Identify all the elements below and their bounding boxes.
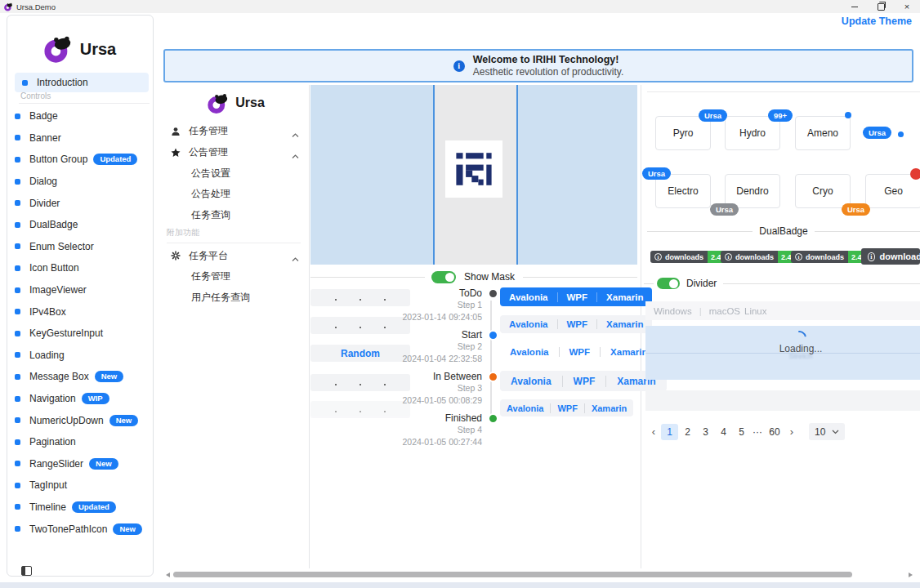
menu-item-user-task-query[interactable]: 用户任务查询 [163,287,309,309]
banner-subtitle: Aesthetic revolution of productivity. [473,66,624,78]
avalonia-button[interactable]: Avalonia [500,292,557,302]
page-button-4[interactable]: 4 [715,424,732,440]
sidebar-item-keygestureinput[interactable]: KeyGestureInput [7,323,154,345]
ursa-bear-icon [208,92,230,114]
bullet-icon [15,331,20,336]
xamarin-button[interactable]: Xamarin [596,319,652,329]
sidebar-nav-list: Badge Banner Button GroupUpdated Dialog … [7,105,154,540]
sidebar-item-timeline[interactable]: TimelineUpdated [7,497,154,519]
menu-item-announcement-settings[interactable]: 公告设置 [163,163,309,184]
ursa-bear-icon [44,34,74,64]
avalonia-button[interactable]: Avalonia [500,403,550,413]
sidebar-item-loading[interactable]: Loading [7,345,154,367]
menu-item-announcement-management[interactable]: 公告管理 [163,142,309,163]
menu-item-announcement-processing[interactable]: 公告处理 [163,184,309,205]
pagination: ‹ 1 2 3 4 5 ··· 60 › 10 [647,423,845,440]
image-viewer[interactable] [310,85,637,265]
bullet-icon [15,309,20,314]
bullet-icon [15,417,20,423]
close-button[interactable]: × [895,0,919,13]
avalonia-button[interactable]: Avalonia [500,347,559,357]
prev-page-button[interactable]: ‹ [647,424,660,440]
bullet-icon [15,135,20,140]
page-button-2[interactable]: 2 [679,424,696,440]
sidebar-item-navigation[interactable]: NavigationWIP [7,388,154,410]
dot-badge [898,131,904,137]
page-button-3[interactable]: 3 [697,424,714,440]
sidebar-item-dialog[interactable]: Dialog [7,171,154,193]
menu-item-task-management-2[interactable]: 任务管理 [163,266,309,287]
show-mask-toggle[interactable] [431,271,456,283]
xamarin-button[interactable]: Xamarin [584,403,633,413]
divider-demo-row: Divider [644,278,920,289]
avalonia-button[interactable]: Avalonia [500,376,562,387]
wpf-button[interactable]: WPF [562,376,606,387]
page-size-select[interactable]: 10 [809,423,845,440]
wpf-button[interactable]: WPF [559,347,601,357]
button-group-large: Avalonia WPF Xamarin [500,371,667,391]
sidebar-item-taginput[interactable]: TagInput [7,474,154,497]
page-ellipsis[interactable]: ··· [751,424,764,440]
sidebar-item-pagination[interactable]: Pagination [7,431,154,453]
badge-card-geo: Geo [865,174,920,208]
tab-macos[interactable]: macOS [709,306,740,316]
minimize-icon [851,7,858,7]
sidebar-item-badge[interactable]: Badge [7,105,154,127]
tab-windows[interactable]: Windows [654,306,692,316]
scroll-left-arrow-icon[interactable] [166,572,170,577]
xamarin-button[interactable]: Xamarin [596,292,652,302]
gear-icon [170,251,181,261]
viewer-guide-line [516,85,518,265]
wpf-button[interactable]: WPF [557,319,597,329]
platform-tabs: Windows | macOS Linux [645,301,920,320]
sidebar-item-icon-button[interactable]: Icon Button [7,257,154,279]
badge-card-ameno: Ameno [795,116,851,150]
show-mask-row: Show Mask [310,270,637,284]
banner-title: Welcome to IRIHI Technology! [473,54,624,65]
sidebar-item-numericupdown[interactable]: NumericUpDownNew [7,409,154,431]
sidebar-item-divider[interactable]: Divider [7,192,154,214]
bullet-icon [15,287,20,293]
collapse-sidebar-icon[interactable] [21,566,32,576]
sidebar-item-ipv4box[interactable]: IPv4Box [7,301,154,323]
sidebar-item-imageviewer[interactable]: ImageViewer [7,279,154,301]
sidebar-item-banner[interactable]: Banner [7,127,154,149]
welcome-banner: i Welcome to IRIHI Technology! Aesthetic… [163,49,913,82]
sidebar-item-button-group[interactable]: Button GroupUpdated [7,149,154,171]
page-button-5[interactable]: 5 [733,424,750,440]
sidebar-item-dualbadge[interactable]: DualBadge [7,214,154,236]
minimize-button[interactable] [842,0,867,13]
panel-splitter[interactable] [309,85,310,568]
sidebar-group-label: Controls [20,91,51,100]
divider-toggle[interactable] [657,278,680,289]
sidebar-item-twotonepathicon[interactable]: TwoTonePathIconNew [7,518,154,540]
divider-label: Divider [686,278,717,289]
horizontal-scrollbar-thumb[interactable] [173,572,852,577]
tab-linux[interactable]: Linux [744,306,767,316]
demo-menu: Ursa 任务管理 公告管理 公告设置 公告处理 任务查询 附加功能 任务平台 … [163,85,309,309]
restore-button[interactable] [869,0,893,13]
status-badge: New [113,523,142,535]
wpf-button[interactable]: WPF [557,292,597,302]
sidebar-item-message-box[interactable]: Message BoxNew [7,366,154,388]
update-theme-button[interactable]: Update Theme [842,16,912,27]
menu-item-task-query[interactable]: 任务查询 [163,205,309,226]
menu-item-task-platform[interactable]: 任务平台 [163,245,309,266]
sidebar-item-introduction[interactable]: Introduction [15,73,149,92]
sidebar-item-enum-selector[interactable]: Enum Selector [7,236,154,258]
bullet-icon [15,222,20,228]
menu-item-task-management[interactable]: 任务管理 [163,121,309,142]
chevron-up-icon [292,150,299,162]
sidebar-item-rangeslider[interactable]: RangeSliderNew [7,453,154,475]
next-page-button[interactable]: › [785,424,798,440]
page-button-60[interactable]: 60 [765,424,784,440]
avalonia-button[interactable]: Avalonia [500,319,557,329]
timeline-connector [490,301,492,420]
wpf-button[interactable]: WPF [550,403,583,413]
bullet-icon [15,483,20,488]
timeline-dot-inbetween [488,372,498,382]
page-button-1[interactable]: 1 [661,424,678,440]
scroll-right-arrow-icon[interactable] [909,572,913,577]
info-icon: i [725,253,732,261]
menu-logo-text: Ursa [235,96,265,110]
